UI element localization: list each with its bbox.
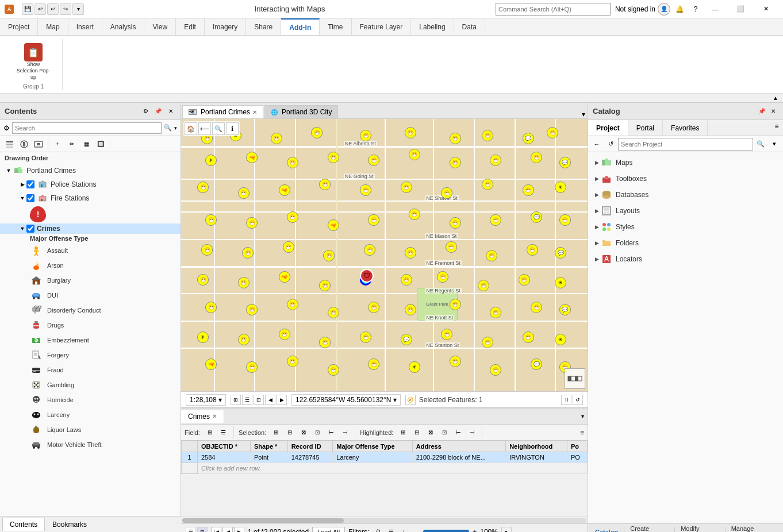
col-offense-type[interactable]: Major Offense Type xyxy=(333,441,412,452)
hl-btn-4[interactable]: ⊡ xyxy=(438,426,451,439)
attr-more-btn[interactable]: ≡ xyxy=(580,429,584,437)
crime-dot-84[interactable]: 😷 xyxy=(328,364,339,376)
catalog-close-button[interactable]: ✕ xyxy=(768,106,778,117)
contents-search-input[interactable] xyxy=(12,122,162,134)
maps-expand-icon[interactable]: ▶ xyxy=(593,159,601,167)
list-by-visibility-button[interactable] xyxy=(32,138,45,151)
ribbon-tab-analysis[interactable]: Analysis xyxy=(102,18,145,35)
contents-search-dropdown[interactable]: ▾ xyxy=(174,125,177,131)
ribbon-tab-project[interactable]: Project xyxy=(0,18,38,35)
ribbon-tab-labeling[interactable]: Labeling xyxy=(411,18,454,35)
next-button[interactable]: ▶ xyxy=(277,395,287,405)
ribbon-collapse-button[interactable]: ▲ xyxy=(0,93,783,102)
more-qa-button[interactable]: ▾ xyxy=(72,3,84,15)
hl-btn-3[interactable]: ⊠ xyxy=(424,426,437,439)
col-po[interactable]: Po xyxy=(567,441,587,452)
ribbon-tab-view[interactable]: View xyxy=(144,18,176,35)
map-zoom-in-button[interactable]: 🔍 xyxy=(212,122,225,135)
ribbon-tab-addin[interactable]: Add-In xyxy=(281,18,320,35)
crime-dot-18[interactable]: 😷 xyxy=(490,155,501,166)
ribbon-tab-featurelayer[interactable]: Feature Layer xyxy=(352,18,412,35)
catalog-pin-button[interactable]: 📌 xyxy=(757,106,767,117)
styles-expand-icon[interactable]: ▶ xyxy=(593,223,601,231)
crime-dot-44[interactable]: 😷 xyxy=(323,250,335,261)
crime-dot-69[interactable]: 😷 xyxy=(531,302,542,313)
crime-dot-47[interactable]: 😷 xyxy=(446,241,457,253)
catalog-item-locators[interactable]: ▶ A Locators xyxy=(590,251,781,267)
hl-btn-1[interactable]: ⊞ xyxy=(397,426,409,439)
list-view-button[interactable]: ☰ xyxy=(242,395,252,405)
crime-dot-58[interactable]: 😷 xyxy=(519,274,530,286)
crime-dot-65[interactable]: 😷 xyxy=(368,302,379,313)
crime-dot-20[interactable]: 💬 xyxy=(559,157,571,168)
catalog-item-styles[interactable]: ▶ Styles xyxy=(590,219,781,235)
contents-close-button[interactable]: ✕ xyxy=(166,106,176,117)
crime-dot-17[interactable]: 😷 xyxy=(450,157,461,168)
toggle-button[interactable]: ⊡ xyxy=(254,395,264,405)
map-tab-portland-3d[interactable]: 🌐 Portland 3D City xyxy=(264,105,338,118)
undo-qa-button[interactable]: ↩ xyxy=(34,3,46,15)
crime-dot-3[interactable]: 😷 xyxy=(271,133,282,144)
crime-dot-14[interactable]: 😷 xyxy=(328,152,339,163)
list-by-source-button[interactable] xyxy=(18,138,30,151)
ribbon-tab-imagery[interactable]: Imagery xyxy=(205,18,246,35)
crime-dot-70[interactable]: 💬 xyxy=(559,304,571,315)
help-button[interactable]: ? xyxy=(689,2,703,16)
crime-dot-37[interactable]: 😷 xyxy=(450,217,461,229)
crime-dot-73[interactable]: 😷 xyxy=(279,329,290,340)
group-button[interactable]: ▦ xyxy=(80,138,93,151)
attr-table-scrollbar[interactable] xyxy=(181,516,588,523)
catalog-item-maps[interactable]: ▶ Maps xyxy=(590,155,781,171)
ribbon-tab-data[interactable]: Data xyxy=(454,18,485,35)
crimes-checkbox[interactable] xyxy=(26,225,34,233)
contents-pin-button[interactable]: 📌 xyxy=(153,106,163,117)
catalog-search-button[interactable]: 🔍 xyxy=(754,138,767,151)
layer-item-portland-crimes[interactable]: ▼ Portland Crimes xyxy=(0,164,181,178)
show-selection-popup-button[interactable]: 📋 Show Selection Pop-up xyxy=(11,41,55,82)
hl-btn-2[interactable]: ⊟ xyxy=(410,426,423,439)
restore-button[interactable]: ⬜ xyxy=(728,0,753,18)
crime-dot-32[interactable]: 😷 xyxy=(246,217,258,229)
close-button[interactable]: ✕ xyxy=(753,0,778,18)
undo2-qa-button[interactable]: ↩ xyxy=(47,3,59,15)
filter-icon-3[interactable]: ↑ xyxy=(398,526,409,533)
crime-dot-55[interactable]: 😷 xyxy=(401,274,412,286)
refresh-button[interactable]: ↺ xyxy=(573,395,583,405)
crime-dot-53[interactable]: 🔫 xyxy=(279,271,290,283)
prev-record-button[interactable]: ◀ xyxy=(222,527,233,533)
map-rotation-button[interactable]: 🧭 xyxy=(405,395,416,405)
hl-btn-5[interactable]: ⊢ xyxy=(452,426,465,439)
bookmarks-tab-button[interactable]: Bookmarks xyxy=(45,518,94,531)
zoom-dropdown-button[interactable]: ▾ xyxy=(501,527,512,533)
catalog-footer-create-features[interactable]: Create Features xyxy=(625,524,673,533)
sel-btn-6[interactable]: ⊣ xyxy=(339,426,351,439)
field-btn-1[interactable]: ⊞ xyxy=(204,426,216,439)
layer-item-police-stations[interactable]: ▶ Police Stations xyxy=(0,178,181,191)
map-tab-portland-crimes[interactable]: 🗺 Portland Crimes ✕ xyxy=(182,105,263,118)
prev-button[interactable]: ◀ xyxy=(265,395,275,405)
col-objectid[interactable]: OBJECTID * xyxy=(198,441,251,452)
catalog-search-input[interactable] xyxy=(618,138,753,151)
crime-dot-6[interactable]: 😷 xyxy=(405,127,416,138)
catalog-item-folders[interactable]: ▶ Folders xyxy=(590,235,781,251)
crime-dot-43[interactable]: 😷 xyxy=(283,241,294,253)
catalog-search-dropdown[interactable]: ▾ xyxy=(768,138,781,151)
table-view-button[interactable]: ☰ xyxy=(186,527,196,533)
crime-dot-86[interactable]: ✳ xyxy=(409,361,420,373)
crime-dot-88[interactable]: 😷 xyxy=(490,364,501,376)
catalog-hamburger-icon[interactable]: ≡ xyxy=(770,120,783,133)
contents-search-button[interactable]: 🔍 xyxy=(164,124,172,132)
sel-btn-1[interactable]: ⊞ xyxy=(270,426,282,439)
col-shape[interactable]: Shape * xyxy=(251,441,288,452)
add-preset-button[interactable]: + xyxy=(51,138,64,151)
crime-dot-7[interactable]: 😷 xyxy=(450,133,461,144)
catalog-footer-manage-templates[interactable]: Manage Templates xyxy=(727,524,781,533)
fullscreen-button[interactable]: ⊞ xyxy=(231,395,241,405)
attr-table-chevron[interactable]: ▾ xyxy=(578,411,588,422)
field-btn-2[interactable]: ☰ xyxy=(217,426,230,439)
next-record-button[interactable]: ▶ xyxy=(234,527,244,533)
sel-btn-4[interactable]: ⊡ xyxy=(311,426,324,439)
scrollbar-thumb[interactable] xyxy=(182,518,344,523)
crime-dot-40[interactable]: 😷 xyxy=(559,214,571,226)
crime-dot-23[interactable]: 🔫 xyxy=(279,184,290,196)
